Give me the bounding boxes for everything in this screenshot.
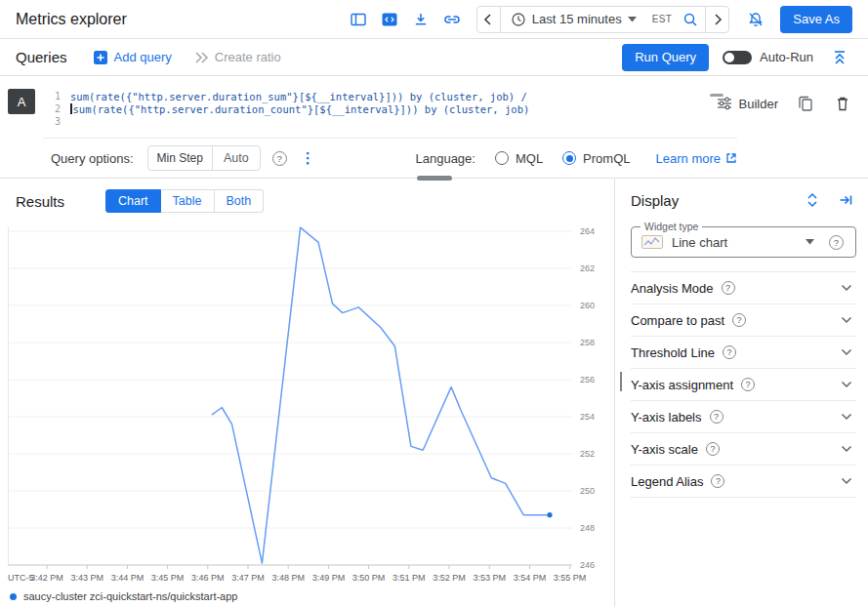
- svg-text:3:44 PM: 3:44 PM: [111, 573, 145, 583]
- help-icon[interactable]: [706, 442, 720, 456]
- svg-text:256: 256: [580, 375, 595, 384]
- code-editor-toggle-button[interactable]: [377, 7, 402, 32]
- alerts-off-button[interactable]: [743, 7, 768, 32]
- language-radio-mql[interactable]: MQL: [495, 151, 543, 166]
- clock-icon: [511, 12, 526, 27]
- widget-type-help-icon[interactable]: [829, 235, 844, 250]
- download-button[interactable]: [408, 7, 434, 32]
- help-icon[interactable]: [723, 345, 736, 359]
- help-icon[interactable]: [710, 410, 723, 424]
- time-range-selector[interactable]: Last 15 minutes: [501, 12, 646, 27]
- chevron-down-icon: [841, 477, 852, 485]
- svg-text:3:50 PM: 3:50 PM: [352, 573, 386, 583]
- results-view-tabs: Chart Table Both: [105, 189, 264, 213]
- section-label: Y-axis labels: [631, 410, 702, 425]
- create-ratio-label: Create ratio: [215, 50, 281, 64]
- run-query-button[interactable]: Run Query: [622, 44, 709, 71]
- svg-text:UTC-5: UTC-5: [8, 573, 34, 583]
- timezone-label: EST: [652, 14, 673, 24]
- section-y-axis-labels[interactable]: Y-axis labels: [631, 401, 856, 433]
- help-icon[interactable]: [722, 281, 735, 295]
- time-search-button[interactable]: [676, 7, 705, 32]
- svg-text:3:46 PM: 3:46 PM: [191, 573, 225, 583]
- min-step-help-icon[interactable]: [272, 151, 287, 166]
- builder-button[interactable]: Builder: [717, 97, 778, 111]
- toggle-track: [723, 51, 752, 64]
- language-radio-promql[interactable]: PromQL: [562, 151, 630, 166]
- help-icon[interactable]: [741, 378, 755, 391]
- promql-editor[interactable]: 1 sum(rate({"http.server.duration_sum"}[…: [43, 86, 737, 139]
- min-step-label: Min Step: [148, 146, 213, 170]
- svg-text:248: 248: [580, 523, 595, 533]
- svg-text:260: 260: [580, 301, 595, 310]
- time-range-label: Last 15 minutes: [532, 12, 622, 26]
- editor-side-actions: Builder: [717, 94, 852, 113]
- learn-more-link[interactable]: Learn more: [656, 151, 737, 166]
- svg-text:262: 262: [580, 263, 595, 273]
- radio-unchecked-icon: [495, 151, 509, 165]
- delete-query-button[interactable]: [833, 94, 852, 113]
- section-y-axis-assignment[interactable]: Y-axis assignment: [631, 369, 856, 401]
- widget-type-select[interactable]: Widget type Line chart: [631, 226, 856, 258]
- section-label: Legend Alias: [631, 474, 703, 489]
- svg-text:3:54 PM: 3:54 PM: [514, 573, 547, 583]
- duplicate-query-button[interactable]: [796, 94, 815, 113]
- widget-type-label: Widget type: [641, 221, 702, 232]
- auto-run-toggle[interactable]: Auto-Run: [723, 50, 813, 64]
- section-compare-to-past[interactable]: Compare to past: [631, 304, 856, 337]
- legend-label: saucy-cluster zci-quickstart-ns/quicksta…: [23, 590, 237, 602]
- expand-all-button[interactable]: [804, 191, 821, 209]
- section-y-axis-scale[interactable]: Y-axis scale: [631, 433, 856, 465]
- collapse-right-icon: [839, 193, 852, 207]
- chevron-down-icon: [628, 17, 637, 22]
- resize-drag-handle[interactable]: [417, 176, 452, 181]
- tab-both[interactable]: Both: [215, 189, 265, 213]
- min-step-value: Auto: [213, 151, 260, 165]
- code-text: sum(rate({"http.server.duration_sum"}[${…: [70, 91, 527, 102]
- language-label: Language:: [415, 151, 475, 166]
- display-panel: Display Widget type Line chart: [615, 179, 868, 607]
- svg-text:3:42 PM: 3:42 PM: [30, 573, 63, 583]
- help-icon[interactable]: [732, 313, 746, 327]
- save-as-button[interactable]: Save As: [780, 6, 852, 33]
- tab-chart[interactable]: Chart: [105, 189, 161, 213]
- display-title: Display: [631, 192, 679, 209]
- svg-text:3:48 PM: 3:48 PM: [271, 573, 305, 583]
- trash-icon: [836, 96, 849, 111]
- section-analysis-mode[interactable]: Analysis Mode: [631, 272, 856, 304]
- create-ratio-button[interactable]: Create ratio: [193, 50, 281, 64]
- learn-more-label: Learn more: [656, 151, 721, 166]
- share-link-button[interactable]: [439, 7, 465, 32]
- time-prev-button[interactable]: [477, 7, 501, 32]
- section-legend-alias[interactable]: Legend Alias: [631, 465, 856, 498]
- chevron-down-icon: [841, 316, 852, 324]
- section-threshold-line[interactable]: Threshold Line: [631, 337, 856, 369]
- svg-text:3:49 PM: 3:49 PM: [312, 573, 346, 583]
- side-panel-button[interactable]: [346, 7, 371, 32]
- top-bar: Metrics explorer Last 15 minutes: [0, 0, 868, 39]
- min-step-control[interactable]: Min Step Auto: [147, 145, 261, 171]
- svg-text:3:45 PM: 3:45 PM: [151, 573, 185, 583]
- queries-toolbar: Queries Add query Create ratio Run Query…: [0, 39, 868, 76]
- help-icon[interactable]: [711, 474, 724, 488]
- collapse-queries-button[interactable]: [827, 45, 852, 70]
- chevron-down-icon: [841, 445, 852, 453]
- query-options-row: Query options: Min Step Auto Language: M…: [0, 139, 868, 178]
- svg-text:250: 250: [580, 486, 595, 496]
- svg-text:258: 258: [580, 338, 595, 347]
- add-query-button[interactable]: Add query: [93, 50, 172, 65]
- tab-table[interactable]: Table: [161, 189, 215, 213]
- line-chart[interactable]: 2462482502522542562582602622643:42 PM3:4…: [8, 222, 611, 585]
- code-text: sum(rate({"http.server.duration_count"}[…: [73, 103, 530, 115]
- metrics-explorer-app: Metrics explorer Last 15 minutes: [0, 0, 868, 607]
- external-link-icon: [725, 152, 737, 164]
- line-number: 1: [43, 91, 61, 101]
- collapse-panel-button[interactable]: [837, 191, 854, 209]
- query-overflow-menu[interactable]: [301, 149, 315, 167]
- scrollbar-thumb[interactable]: [620, 372, 622, 391]
- queries-toolbar-right: Run Query Auto-Run: [622, 44, 852, 71]
- chart-legend[interactable]: saucy-cluster zci-quickstart-ns/quicksta…: [0, 587, 614, 602]
- time-next-button[interactable]: [705, 7, 728, 32]
- line-number: 2: [43, 103, 61, 114]
- chevron-down-icon: [841, 348, 852, 356]
